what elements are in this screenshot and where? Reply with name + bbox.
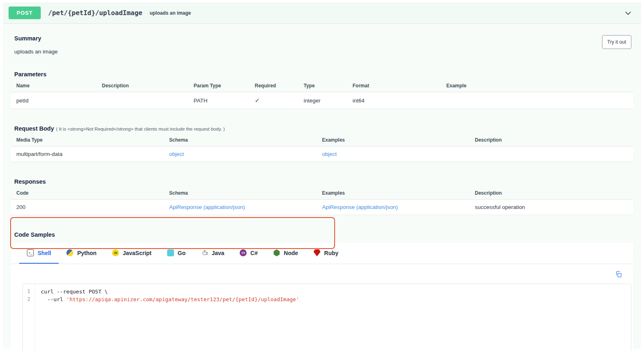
code-editor: 1 2 curl --request POST \ --url 'https:/… bbox=[22, 284, 631, 351]
python-icon bbox=[66, 249, 73, 256]
column-header: Required bbox=[255, 83, 304, 89]
try-it-out-button[interactable]: Try it out bbox=[602, 35, 631, 49]
column-header: Format bbox=[353, 83, 446, 89]
javascript-icon: JS bbox=[112, 249, 119, 256]
request-body-table: Media Type Schema Examples Description m… bbox=[11, 135, 633, 162]
tab-label: Shell bbox=[37, 250, 51, 256]
column-header: Type bbox=[304, 83, 353, 89]
examples-link[interactable]: object bbox=[322, 151, 337, 157]
tab-label: Node bbox=[284, 250, 298, 256]
method-badge: POST bbox=[9, 7, 41, 19]
line-number: 2 bbox=[23, 295, 35, 303]
request-body-table-header: Media Type Schema Examples Description bbox=[11, 135, 633, 147]
api-operation-page: POST /pet/{petId}/uploadImage uploads an… bbox=[3, 2, 641, 351]
column-header: Description bbox=[102, 83, 194, 89]
code-line: --url 'https://apiqa.apinizer.com/apigat… bbox=[41, 295, 299, 303]
operation-header[interactable]: POST /pet/{petId}/uploadImage uploads an… bbox=[3, 2, 641, 24]
tab-label: C# bbox=[250, 250, 258, 256]
responses-table: Code Schema Examples Description 200 Api… bbox=[11, 188, 633, 215]
tab-java[interactable]: Java bbox=[193, 243, 232, 264]
tab-shell[interactable]: >_ Shell bbox=[19, 243, 59, 264]
media-type: multipart/form-data bbox=[16, 151, 169, 157]
column-header: Schema bbox=[169, 137, 322, 143]
code-samples-card: >_ Shell Python JS JavaScript Go Ja bbox=[11, 243, 633, 351]
tab-label: JavaScript bbox=[123, 250, 152, 256]
tab-label: Java bbox=[212, 250, 224, 256]
response-examples-link[interactable]: ApiResponse (application/json) bbox=[322, 204, 398, 210]
tab-go[interactable]: Go bbox=[159, 243, 193, 264]
param-datatype: integer bbox=[304, 98, 353, 104]
operation-details: Summary uploads an image Try it out Para… bbox=[3, 24, 641, 349]
operation-path: /pet/{petId}/uploadImage bbox=[48, 9, 142, 17]
tab-javascript[interactable]: JS JavaScript bbox=[104, 243, 159, 264]
tab-node[interactable]: Node bbox=[265, 243, 306, 264]
responses-heading: Responses bbox=[14, 178, 633, 185]
code-samples-heading: Code Samples bbox=[14, 231, 633, 238]
code-content: curl --request POST \ --url 'https://api… bbox=[35, 284, 299, 351]
column-header: Name bbox=[16, 83, 102, 89]
shell-terminal-icon: >_ bbox=[27, 249, 34, 256]
summary-heading: Summary bbox=[14, 35, 58, 42]
parameters-heading: Parameters bbox=[14, 71, 633, 78]
table-row: 200 ApiResponse (application/json) ApiRe… bbox=[11, 200, 633, 215]
column-header: Code bbox=[16, 190, 169, 196]
summary-section: Summary uploads an image Try it out bbox=[11, 30, 633, 55]
tab-csharp[interactable]: C# C# bbox=[232, 243, 265, 264]
response-code: 200 bbox=[16, 204, 169, 210]
url-string: 'https://apiqa.apinizer.com/apigateway/t… bbox=[66, 296, 299, 302]
language-tabbar: >_ Shell Python JS JavaScript Go Ja bbox=[11, 243, 633, 264]
tab-label: Python bbox=[77, 250, 96, 256]
line-number-gutter: 1 2 bbox=[23, 284, 35, 351]
request-body-title: Request Body bbox=[14, 125, 54, 132]
param-format: int64 bbox=[353, 98, 446, 104]
chevron-down-icon[interactable] bbox=[624, 9, 635, 17]
line-number: 1 bbox=[23, 288, 35, 295]
code-line: curl --request POST \ bbox=[41, 288, 299, 295]
column-header: Param Type bbox=[194, 83, 255, 89]
column-header: Schema bbox=[169, 190, 322, 196]
table-row: petId PATH ✓ integer int64 bbox=[11, 92, 633, 109]
column-header: Media Type bbox=[16, 137, 169, 143]
schema-link[interactable]: object bbox=[169, 151, 184, 157]
parameters-table: Name Description Param Type Required Typ… bbox=[11, 81, 633, 109]
code-toolbar bbox=[11, 264, 633, 280]
param-type-cell: PATH bbox=[194, 98, 255, 104]
operation-summary-text: uploads an image bbox=[150, 10, 191, 16]
required-check-icon: ✓ bbox=[255, 97, 304, 104]
summary-block: Summary uploads an image bbox=[14, 35, 58, 55]
column-header: Examples bbox=[322, 190, 475, 196]
tab-label: Ruby bbox=[324, 250, 338, 256]
column-header: Description bbox=[475, 190, 633, 196]
tab-ruby[interactable]: Ruby bbox=[306, 243, 346, 264]
tab-label: Go bbox=[178, 250, 185, 256]
go-icon bbox=[167, 249, 174, 256]
response-description: successful operation bbox=[475, 204, 633, 210]
csharp-icon: C# bbox=[240, 249, 247, 256]
request-body-note: ( It is <strong>Not Required</strong> th… bbox=[56, 127, 225, 131]
column-header: Examples bbox=[322, 137, 475, 143]
column-header: Description bbox=[475, 137, 633, 143]
summary-value: uploads an image bbox=[14, 49, 58, 55]
copy-icon[interactable] bbox=[615, 271, 622, 278]
tab-python[interactable]: Python bbox=[59, 243, 104, 264]
node-icon bbox=[273, 249, 280, 256]
column-header: Example bbox=[446, 83, 633, 89]
parameters-table-header: Name Description Param Type Required Typ… bbox=[11, 81, 633, 92]
response-schema-link[interactable]: ApiResponse (application/json) bbox=[169, 204, 245, 210]
table-row: multipart/form-data object object bbox=[11, 147, 633, 162]
param-name: petId bbox=[16, 98, 102, 104]
request-body-heading: Request Body( It is <strong>Not Required… bbox=[14, 125, 633, 132]
java-icon bbox=[201, 249, 208, 256]
ruby-icon bbox=[313, 249, 320, 256]
responses-table-header: Code Schema Examples Description bbox=[11, 188, 633, 200]
